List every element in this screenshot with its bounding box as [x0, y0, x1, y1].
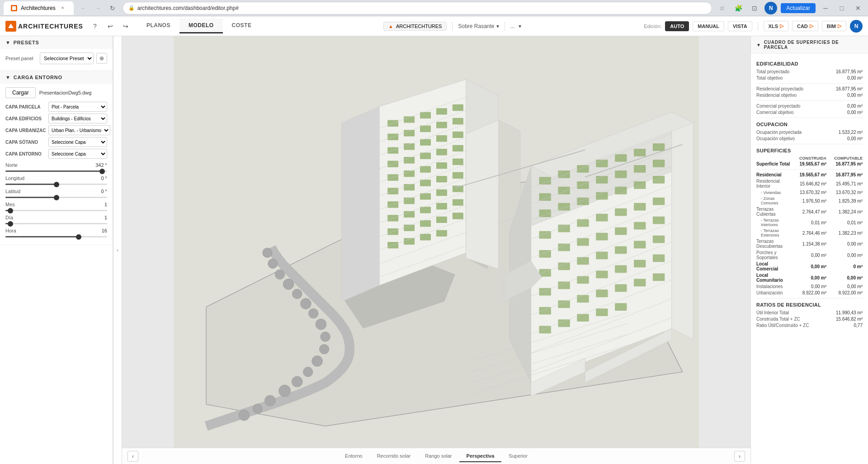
maximize-button[interactable]: □: [835, 2, 848, 14]
edificabilidad-title: EDIFICABILIDAD: [756, 61, 863, 66]
tab-superior[interactable]: Superior: [501, 450, 535, 462]
tab-coste[interactable]: COSTE: [223, 19, 261, 33]
cad-export-button[interactable]: CAD ▷: [792, 21, 818, 31]
profile-button[interactable]: N: [764, 2, 777, 14]
profile-sync-icon[interactable]: ⊡: [748, 2, 761, 14]
tab-modelo[interactable]: MODELO: [179, 19, 223, 33]
redo-icon[interactable]: ↪: [119, 20, 132, 33]
capa-sotano-select[interactable]: Seleccione Capa: [48, 137, 107, 147]
capa-edificios-select[interactable]: Buildings - Edificios: [48, 114, 107, 123]
svg-rect-73: [436, 230, 447, 237]
tab-entorno[interactable]: Entorno: [338, 450, 370, 462]
norte-track[interactable]: [5, 170, 107, 172]
mes-track[interactable]: [5, 210, 107, 211]
tab-perspectiva[interactable]: Perspectiva: [459, 450, 502, 462]
dia-track[interactable]: [5, 223, 107, 224]
ratio-util-label: Ratio Útil/Construido + ZC: [756, 323, 809, 328]
nav-tabs: PLANOS MODELO COSTE: [137, 19, 261, 33]
superficies-title: SUPERFICIES: [756, 148, 863, 153]
divider-main-2: [756, 144, 863, 144]
header-tools: ? ↩ ↪: [89, 20, 132, 33]
reload-button[interactable]: ↻: [106, 2, 119, 14]
svg-rect-64: [453, 199, 463, 205]
scroll-right-icon[interactable]: ›: [734, 451, 745, 462]
longitud-thumb[interactable]: [54, 182, 59, 187]
scroll-left-icon[interactable]: ‹: [127, 451, 138, 462]
update-button[interactable]: Actualizar: [781, 3, 816, 13]
address-bar[interactable]: 🔒 architechtures.com/dashboard/editor.ph…: [123, 2, 712, 14]
close-window-button[interactable]: ✕: [852, 2, 864, 14]
more-options[interactable]: ▾: [519, 23, 521, 29]
load-button[interactable]: Cargar: [5, 87, 36, 98]
extensions-icon[interactable]: 🧩: [732, 2, 745, 14]
building-3d-view[interactable]: [122, 36, 750, 448]
edit-auto-button[interactable]: AUTO: [665, 21, 689, 31]
presets-section: ▼ PRESETS Preset panel Seleccione Preset…: [0, 36, 113, 71]
ocupacion-proyectada-row: Ocupación proyectada 1.533,22 m²: [756, 130, 863, 135]
tab-planos[interactable]: PLANOS: [137, 19, 179, 33]
svg-point-15: [292, 289, 302, 299]
svg-rect-105: [615, 170, 627, 178]
residencial-objetivo-label: Residencial objetivo: [756, 93, 797, 98]
capa-urbanizac-select[interactable]: Urban Plan. - Urbanismo: [48, 125, 110, 135]
capa-parcela-select[interactable]: Plot - Parcela: [48, 102, 107, 112]
help-icon[interactable]: ?: [89, 20, 101, 33]
mes-header: Mes 1: [5, 202, 107, 207]
svg-point-13: [308, 308, 318, 318]
browser-tab[interactable]: Architechtures ×: [4, 1, 74, 15]
user-avatar[interactable]: N: [850, 20, 863, 33]
longitud-slider-row: Longitud 0 °: [5, 175, 107, 185]
terrazas-descubiertas-row: Terrazas Descubiertas 1.154,38 m² 0,00 m…: [756, 239, 863, 249]
longitud-track[interactable]: [5, 184, 107, 185]
tab-recorrido-solar[interactable]: Recorrido solar: [370, 450, 418, 462]
terrazas-exteriores-val2: 1.382,23 m²: [826, 231, 863, 236]
latitud-track[interactable]: [5, 197, 107, 198]
dia-value: 1: [104, 215, 107, 220]
mes-thumb[interactable]: [8, 208, 13, 213]
left-collapse-button[interactable]: ‹: [113, 36, 122, 464]
svg-rect-148: [634, 279, 646, 286]
forward-button[interactable]: →: [92, 2, 104, 14]
ratio-util-row: Ratio Útil/Construido + ZC 0,77: [756, 323, 863, 328]
edit-manual-button[interactable]: MANUAL: [693, 21, 724, 31]
edit-vista-button[interactable]: VISTA: [728, 21, 752, 31]
tab-close-button[interactable]: ×: [59, 5, 66, 12]
preset-action-icon[interactable]: ⊕: [96, 53, 107, 64]
local-comercial-val1: 0,00 m²: [790, 264, 826, 269]
superficie-total-val2: 16.877,95 m²: [826, 161, 863, 166]
minimize-button[interactable]: ─: [819, 2, 832, 14]
capa-entorno-select[interactable]: Seleccione Capa: [48, 149, 107, 159]
viviendas-val1: 13.670,32 m²: [790, 190, 826, 195]
mes-label: Mes: [5, 202, 15, 207]
hora-track[interactable]: [5, 236, 107, 237]
bim-export-button[interactable]: BIM ▷: [822, 21, 846, 31]
presets-section-header[interactable]: ▼ PRESETS: [0, 36, 113, 49]
extra-dropdown[interactable]: ...: [510, 23, 515, 29]
divider-3: [758, 22, 758, 31]
svg-marker-88: [466, 120, 499, 269]
urbanizacion-row: Urbanización 8.922,00 m² 8.922,00 m²: [756, 290, 863, 295]
bookmark-star-icon[interactable]: ☆: [716, 2, 728, 14]
scroll-right-btn[interactable]: ›: [734, 451, 745, 462]
above-rasante-dropdown[interactable]: Sobre Rasante ▾: [458, 23, 499, 29]
svg-marker-22: [341, 107, 379, 302]
norte-thumb[interactable]: [99, 169, 105, 174]
panel-body: EDIFICABILIDAD Total proyectado 16.877,9…: [751, 54, 868, 333]
mes-slider-row: Mes 1: [5, 202, 107, 211]
back-button[interactable]: ←: [77, 2, 90, 14]
svg-rect-152: [577, 314, 589, 322]
hora-thumb[interactable]: [76, 234, 81, 240]
carga-entorno-header[interactable]: ▼ CARGA ENTORNO: [0, 71, 113, 84]
undo-icon[interactable]: ↩: [104, 20, 117, 33]
capa-sotano-label: CAPA SÓTANO: [5, 140, 48, 145]
preset-select[interactable]: Seleccione Preset: [40, 52, 94, 64]
terrazas-cubiertas-row: Terrazas Cubiertas 2.764,47 m² 1.382,24 …: [756, 207, 863, 217]
dia-thumb[interactable]: [8, 221, 13, 227]
local-comunitario-val2: 0,00 m²: [826, 275, 863, 280]
svg-rect-53: [436, 176, 447, 182]
latitud-thumb[interactable]: [54, 195, 59, 200]
tab-rango-solar[interactable]: Rango solar: [418, 450, 459, 462]
terrazas-interiores-val1: 0,01 m²: [790, 220, 826, 225]
xls-export-button[interactable]: XLS ▷: [764, 21, 788, 31]
scroll-left-btn[interactable]: ‹: [127, 451, 138, 462]
